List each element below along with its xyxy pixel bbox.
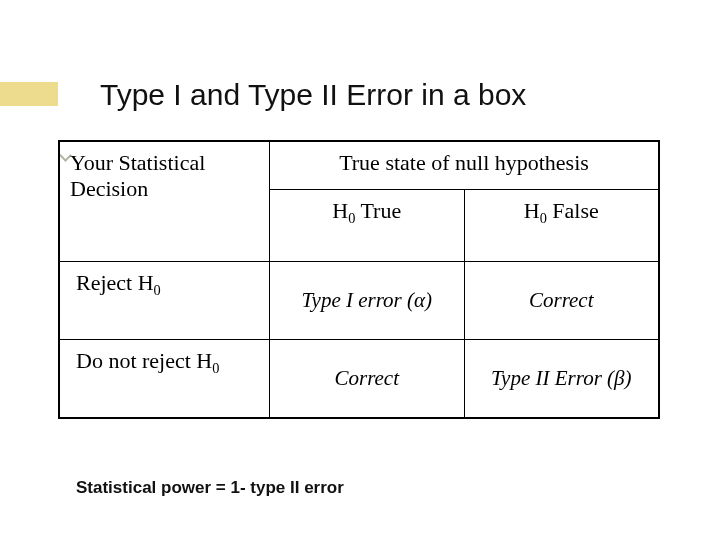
row-header-reject: Reject H0 bbox=[60, 262, 270, 340]
cell-type-i-error: Type I error (α) bbox=[270, 262, 465, 340]
col-header-h0-true: H0 True bbox=[270, 190, 465, 262]
not-reject-sub: 0 bbox=[212, 360, 219, 376]
h0-false-sub: 0 bbox=[540, 210, 547, 226]
slide-title: Type I and Type II Error in a box bbox=[100, 78, 526, 112]
reject-sub: 0 bbox=[154, 282, 161, 298]
cell-correct-reject: Correct bbox=[464, 262, 659, 340]
accent-bar bbox=[0, 82, 58, 106]
col-axis-header: True state of null hypothesis bbox=[270, 142, 659, 190]
footnote-power: Statistical power = 1- type II error bbox=[76, 478, 344, 498]
row-axis-line1: Your Statistical bbox=[70, 150, 205, 175]
cell-correct-retain: Correct bbox=[270, 340, 465, 418]
h0-false-suffix: False bbox=[547, 198, 599, 223]
col-header-h0-false: H0 False bbox=[464, 190, 659, 262]
row-axis-line2: Decision bbox=[70, 176, 148, 201]
h0-true-suffix: True bbox=[355, 198, 401, 223]
error-table: Your Statistical Decision True state of … bbox=[58, 140, 660, 419]
h0-false-prefix: H bbox=[524, 198, 540, 223]
h0-true-prefix: H bbox=[332, 198, 348, 223]
not-reject-prefix: Do not reject H bbox=[76, 348, 212, 373]
reject-prefix: Reject H bbox=[76, 270, 154, 295]
row-header-not-reject: Do not reject H0 bbox=[60, 340, 270, 418]
row-axis-header: Your Statistical Decision bbox=[60, 142, 270, 262]
cell-type-ii-error: Type II Error (β) bbox=[464, 340, 659, 418]
